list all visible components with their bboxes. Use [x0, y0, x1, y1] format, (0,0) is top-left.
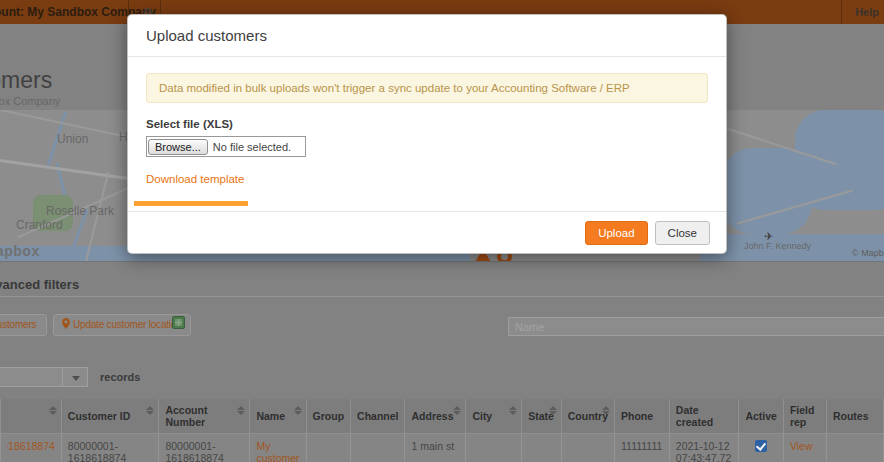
map-place-label: Roselle Park — [46, 204, 114, 218]
column-header-address[interactable]: Address — [405, 399, 466, 434]
column-header-customer_id[interactable]: Customer ID — [61, 399, 159, 434]
close-button[interactable]: Close — [655, 221, 710, 245]
column-header-phone: Phone — [615, 399, 670, 434]
map-place-label: John F. Kennedy — [744, 241, 811, 251]
sort-icon[interactable] — [294, 406, 302, 415]
export-excel-icon[interactable] — [172, 316, 185, 329]
sort-icon[interactable] — [549, 406, 557, 415]
sort-icon[interactable] — [602, 406, 610, 415]
column-header-name[interactable]: Name — [250, 399, 306, 434]
column-header-active: Active — [739, 399, 784, 434]
customer-id-link[interactable]: 80000001-1618618874 — [7, 440, 55, 452]
airplane-icon: ✈ — [764, 230, 773, 243]
table-row: 80000001-161861887480000001-161861887480… — [1, 434, 884, 462]
sort-icon[interactable] — [146, 406, 154, 415]
customers-table: Customer IDAccount NumberNameGroupChanne… — [0, 399, 884, 462]
file-status-text: No file selected. — [213, 141, 291, 153]
upload-button[interactable]: Upload — [585, 221, 647, 245]
column-header-country[interactable]: Country — [561, 399, 614, 434]
modal-footer: Upload Close — [128, 211, 726, 253]
map-attribution[interactable]: © Mapbox — [852, 248, 884, 258]
column-header-account_number[interactable]: Account Number — [159, 399, 250, 434]
column-header-field_rep: Field rep — [783, 399, 826, 434]
table-cell-city — [466, 434, 522, 462]
name-link[interactable]: My customer 1 — [256, 440, 299, 462]
sort-icon[interactable] — [509, 406, 517, 415]
table-cell-date_created: 2021-10-12 07:43:47.72 — [669, 434, 739, 462]
column-header-date_created: Date created — [669, 399, 739, 434]
table-cell-state — [522, 434, 562, 462]
map-place-label: Union — [57, 132, 88, 146]
upload-customers-modal: Upload customers Data modified in bulk u… — [127, 14, 727, 254]
column-header-channel: Channel — [351, 399, 405, 434]
select-arrow-icon[interactable] — [62, 367, 88, 387]
browse-button[interactable]: Browse... — [148, 139, 208, 155]
location-pin-icon — [62, 318, 70, 329]
table-cell-phone: 11111111 — [615, 434, 670, 462]
table-cell-active[interactable] — [739, 434, 784, 462]
mapbox-logo[interactable]: mapbox — [0, 243, 40, 259]
records-label: records — [100, 371, 140, 383]
page-title: Customers — [0, 67, 52, 94]
table-cell-account_number: 80000001-1618618874 — [159, 434, 250, 462]
table-cell-address: 1 main st — [405, 434, 466, 462]
bulk-upload-warning: Data modified in bulk uploads won't trig… — [146, 73, 708, 103]
screen: Account: My Sandbox Company ⚙ Help Custo… — [0, 0, 884, 462]
file-input[interactable]: Browse... No file selected. — [146, 136, 306, 157]
name-filter-input[interactable] — [508, 317, 884, 336]
topbar-divider — [841, 0, 842, 24]
table-cell-group — [306, 434, 351, 462]
column-header-routes: Routes — [826, 399, 883, 434]
upload-customers-button[interactable]: Upload customers — [0, 314, 47, 336]
table-cell-field_rep[interactable]: View — [783, 434, 826, 462]
section-divider — [0, 296, 884, 297]
map-water — [722, 148, 812, 234]
advanced-filters-heading: Advanced filters — [0, 277, 79, 292]
modal-body: Data modified in bulk uploads won't trig… — [128, 57, 726, 213]
modal-header: Upload customers — [128, 15, 726, 57]
modal-title: Upload customers — [146, 27, 708, 44]
field_rep-link[interactable]: View — [790, 440, 813, 452]
sort-icon[interactable] — [49, 406, 57, 415]
help-link[interactable]: Help — [855, 0, 879, 24]
active-checkbox[interactable] — [755, 440, 767, 452]
table-cell-country — [561, 434, 614, 462]
select-file-label: Select file (XLS) — [146, 118, 708, 130]
table-cell-routes — [826, 434, 883, 462]
column-header-state[interactable]: State — [522, 399, 562, 434]
column-header-id_link[interactable] — [1, 399, 62, 434]
download-template-link[interactable]: Download template — [146, 173, 244, 185]
table-cell-name[interactable]: My customer 1 — [250, 434, 306, 462]
column-header-group: Group — [306, 399, 351, 434]
upload-progress-bar — [134, 201, 248, 206]
sort-icon[interactable] — [453, 406, 461, 415]
sort-icon[interactable] — [237, 406, 245, 415]
table-cell-channel — [351, 434, 405, 462]
update-customer-location-button[interactable]: Update customer location — [53, 314, 191, 336]
map-place-label: Cranford — [16, 218, 63, 232]
page-subtitle: My Sandbox Company — [0, 95, 60, 107]
records-count-select[interactable] — [0, 367, 63, 387]
column-header-city[interactable]: City — [466, 399, 522, 434]
table-cell-customer_id: 80000001-1618618874 — [61, 434, 159, 462]
table-cell-id_link[interactable]: 80000001-1618618874 — [1, 434, 62, 462]
